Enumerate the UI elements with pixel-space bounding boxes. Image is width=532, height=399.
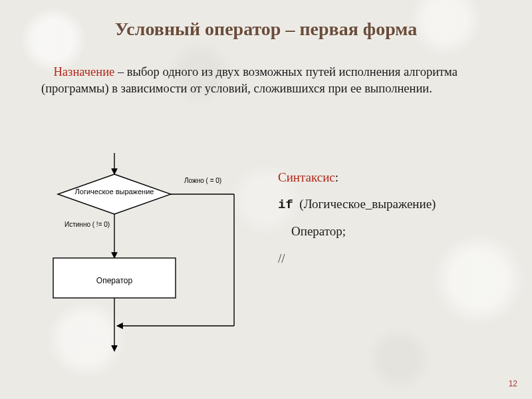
syntax-header: Синтаксис	[278, 170, 335, 184]
syntax-keyword: if	[278, 198, 293, 212]
syntax-statement: Оператор;	[278, 220, 436, 243]
purpose-paragraph: Назначение – выбор одного из двух возмож…	[41, 64, 491, 97]
slide-title: Условный оператор – первая форма	[0, 19, 532, 40]
operator-box	[53, 258, 176, 298]
syntax-colon: :	[335, 170, 338, 184]
syntax-if-line: if (Логическое_выражение)	[278, 193, 436, 216]
purpose-lead: Назначение	[54, 65, 115, 78]
syntax-expression: (Логическое_выражение)	[299, 197, 436, 211]
flowchart-svg	[41, 153, 261, 352]
slide: Условный оператор – первая форма Назначе…	[0, 0, 532, 399]
syntax-comment: //	[278, 247, 436, 270]
decision-diamond	[58, 174, 171, 214]
syntax-header-line: Синтаксис:	[278, 166, 436, 189]
page-number: 12	[509, 379, 517, 388]
syntax-block: Синтаксис: if (Логическое_выражение) Опе…	[278, 166, 436, 270]
flowchart: Логическое выражение Оператор Истинно ( …	[41, 153, 261, 352]
